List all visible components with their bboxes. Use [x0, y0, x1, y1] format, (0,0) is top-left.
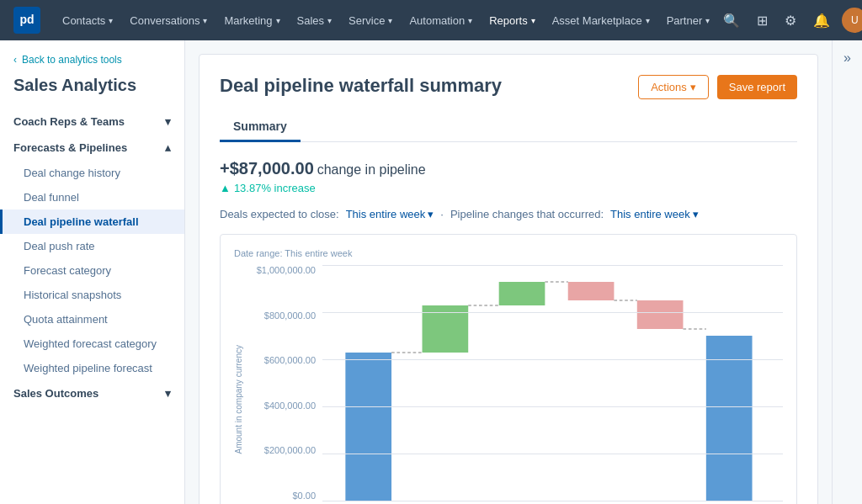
- chevron-down-icon: ▾: [276, 16, 280, 25]
- chevron-down-icon: ▾: [327, 16, 332, 25]
- gridline-1: [322, 265, 783, 266]
- filters-row: Deals expected to close: This entire wee…: [220, 208, 797, 220]
- chevron-down-icon: ▾: [646, 16, 650, 25]
- nav-sales[interactable]: Sales ▾: [289, 0, 341, 40]
- nav-items: Contacts ▾ Conversations ▾ Marketing ▾ S…: [54, 0, 718, 40]
- sidebar-item-forecast-category[interactable]: Forecast category: [0, 258, 184, 283]
- chevron-left-icon: ‹: [13, 54, 17, 66]
- sidebar-item-weighted-forecast-category[interactable]: Weighted forecast category: [0, 332, 184, 356]
- chevron-down-icon: ▾: [531, 16, 535, 25]
- y-label-6: $0.00: [292, 491, 316, 501]
- nav-conversations[interactable]: Conversations ▾: [121, 0, 216, 40]
- sidebar-item-weighted-pipeline-forecast[interactable]: Weighted pipeline forecast: [0, 356, 184, 380]
- chart-body: [322, 265, 783, 501]
- chevron-down-icon: ▾: [468, 16, 472, 25]
- chevron-down-icon: ▾: [428, 208, 434, 220]
- chevron-up-icon: ▴: [165, 141, 171, 154]
- sidebar-item-deal-funnel[interactable]: Deal funnel: [0, 185, 184, 210]
- top-navigation: pd Contacts ▾ Conversations ▾ Marketing …: [0, 0, 862, 40]
- chevron-right-icon: »: [843, 50, 851, 66]
- chart-date-range: Date range: This entire week: [234, 248, 783, 258]
- chevron-down-icon: ▾: [388, 16, 392, 25]
- metric-value: +$87,000.00: [220, 159, 314, 178]
- main-content: Deal pipeline waterfall summary Actions …: [185, 40, 832, 504]
- chart-container: Date range: This entire week Amount in c…: [220, 234, 797, 504]
- nav-partner[interactable]: Partner ▾: [658, 0, 719, 40]
- nav-service[interactable]: Service ▾: [340, 0, 401, 40]
- sidebar-item-deal-push-rate[interactable]: Deal push rate: [0, 234, 184, 258]
- y-label-4: $400,000.00: [264, 401, 316, 411]
- nav-reports[interactable]: Reports ▾: [481, 0, 544, 40]
- save-report-button[interactable]: Save report: [717, 75, 797, 99]
- y-label-2: $800,000.00: [264, 310, 316, 321]
- nav-contacts[interactable]: Contacts ▾: [54, 0, 121, 40]
- y-label-5: $200,000.00: [264, 445, 316, 455]
- sidebar-item-deal-pipeline-waterfall[interactable]: Deal pipeline waterfall: [0, 210, 184, 234]
- app-logo[interactable]: pd: [13, 7, 40, 34]
- nav-right-icons: 🔍 ⊞ ⚙ 🔔 U ▾: [718, 8, 862, 34]
- pipeline-filter-label: Pipeline changes that occurred:: [450, 208, 604, 220]
- right-collapse-panel[interactable]: »: [832, 40, 862, 504]
- metric-value-row: +$87,000.00 change in pipeline: [220, 159, 797, 178]
- chart-area: Amount in company currency $1,000,000.00…: [234, 265, 783, 504]
- report-container: Deal pipeline waterfall summary Actions …: [199, 54, 818, 504]
- sidebar-title: Sales Analytics: [0, 76, 184, 109]
- chevron-down-icon: ▾: [203, 16, 207, 25]
- gridline-3: [322, 359, 783, 360]
- deals-filter-label: Deals expected to close:: [220, 208, 339, 220]
- sidebar: ‹ Back to analytics tools Sales Analytic…: [0, 40, 185, 504]
- gridline-6: [322, 501, 783, 501]
- tab-summary[interactable]: Summary: [220, 113, 301, 142]
- back-to-analytics[interactable]: ‹ Back to analytics tools: [0, 54, 184, 76]
- sidebar-item-historical-snapshots[interactable]: Historical snapshots: [0, 283, 184, 307]
- chevron-down-icon: ▾: [693, 208, 699, 220]
- sidebar-section-sales-outcomes[interactable]: Sales Outcomes ▾: [0, 380, 184, 406]
- metric-section: +$87,000.00 change in pipeline ▲ 13.87% …: [220, 159, 797, 194]
- report-header: Deal pipeline waterfall summary Actions …: [220, 75, 797, 99]
- search-icon[interactable]: 🔍: [718, 8, 745, 34]
- nav-automation[interactable]: Automation ▾: [401, 0, 481, 40]
- gridline-2: [322, 312, 783, 313]
- sidebar-item-deal-change-history[interactable]: Deal change history: [0, 161, 184, 185]
- gridline-4: [322, 406, 783, 407]
- report-tabs: Summary: [220, 113, 797, 142]
- filter-separator: ·: [440, 208, 444, 220]
- report-title: Deal pipeline waterfall summary: [220, 75, 502, 97]
- gear-icon[interactable]: ⚙: [780, 8, 801, 34]
- y-axis: $1,000,000.00 $800,000.00 $600,000.00 $4…: [247, 265, 322, 501]
- y-label-1: $1,000,000.00: [257, 265, 316, 275]
- chevron-down-icon: ▾: [705, 16, 710, 25]
- sidebar-item-quota-attainment[interactable]: Quota attainment: [0, 307, 184, 332]
- grid-icon[interactable]: ⊞: [752, 8, 773, 34]
- bell-icon[interactable]: 🔔: [808, 8, 835, 34]
- pipeline-filter-value[interactable]: This entire week ▾: [610, 208, 699, 220]
- arrow-up-icon: ▲: [220, 182, 231, 194]
- y-label-3: $600,000.00: [264, 355, 316, 365]
- metric-label: change in pipeline: [317, 162, 426, 177]
- svg-text:pd: pd: [19, 13, 34, 26]
- y-axis-label: Amount in company currency: [234, 345, 243, 454]
- deals-filter-value[interactable]: This entire week ▾: [346, 208, 434, 220]
- gridline-5: [322, 454, 783, 454]
- chevron-down-icon: ▾: [690, 81, 696, 93]
- avatar[interactable]: U: [842, 8, 862, 33]
- chart-gridlines: [322, 265, 783, 501]
- sidebar-section-coach[interactable]: Coach Reps & Teams ▾: [0, 109, 184, 135]
- y-axis-label-wrap: Amount in company currency: [234, 265, 247, 504]
- chevron-down-icon: ▾: [165, 115, 171, 128]
- chevron-down-icon: ▾: [165, 387, 171, 400]
- nav-marketing[interactable]: Marketing ▾: [216, 0, 288, 40]
- chevron-down-icon: ▾: [109, 16, 113, 25]
- metric-change: ▲ 13.87% increase: [220, 182, 797, 194]
- nav-asset-marketplace[interactable]: Asset Marketplace ▾: [544, 0, 658, 40]
- page-layout: ‹ Back to analytics tools Sales Analytic…: [0, 40, 862, 504]
- sidebar-section-forecasts[interactable]: Forecasts & Pipelines ▴: [0, 135, 184, 161]
- actions-button[interactable]: Actions ▾: [638, 75, 709, 99]
- report-action-buttons: Actions ▾ Save report: [638, 75, 797, 99]
